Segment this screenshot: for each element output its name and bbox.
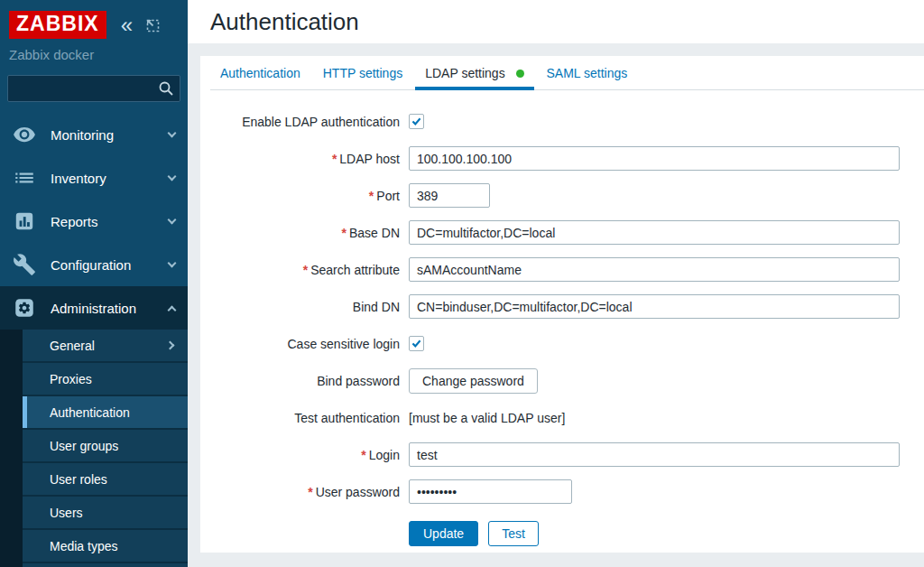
chevron-down-icon bbox=[168, 128, 177, 137]
tab-ldap-settings[interactable]: LDAP settings bbox=[415, 56, 533, 89]
bar-chart-icon bbox=[13, 209, 36, 233]
form-row-port: *Port bbox=[200, 177, 924, 214]
sidebar-item-monitoring[interactable]: Monitoring bbox=[0, 113, 188, 156]
tab-bar: Authentication HTTP settings LDAP settin… bbox=[210, 56, 924, 90]
field-label: Test authentication bbox=[200, 411, 409, 425]
required-marker: * bbox=[342, 226, 346, 240]
collapse-sidebar-icon[interactable]: « bbox=[121, 16, 133, 34]
chevron-down-icon bbox=[168, 215, 177, 224]
form-row-bind-password: Bind password Change password bbox=[200, 362, 924, 399]
test-authentication-hint: [must be a valid LDAP user] bbox=[409, 411, 565, 425]
form-row-login: *Login bbox=[200, 436, 924, 473]
required-marker: * bbox=[308, 485, 312, 499]
sidebar-item-configuration[interactable]: Configuration bbox=[0, 243, 188, 286]
sidebar-item-reports[interactable]: Reports bbox=[0, 200, 188, 243]
field-label: Bind password bbox=[200, 374, 409, 388]
required-marker: * bbox=[332, 152, 337, 166]
form-row-user-password: *User password bbox=[200, 473, 924, 510]
sidebar-item-label: Reports bbox=[51, 214, 169, 229]
test-button[interactable]: Test bbox=[488, 521, 539, 546]
server-name: Zabbix docker bbox=[9, 47, 180, 63]
case-sensitive-checkbox[interactable] bbox=[409, 336, 424, 351]
tab-label: LDAP settings bbox=[425, 66, 504, 80]
content-card: Authentication HTTP settings LDAP settin… bbox=[200, 56, 924, 553]
sidebar-item-inventory[interactable]: Inventory bbox=[0, 156, 188, 200]
submenu-item-label: Users bbox=[50, 506, 173, 520]
submenu-item-label: Authentication bbox=[50, 405, 173, 420]
field-label: Search attribute bbox=[310, 263, 400, 277]
sidebar-header: ZABBIX « Zabbix docker bbox=[0, 0, 188, 102]
submenu-item-partial bbox=[23, 563, 188, 567]
form-row-test-authentication: Test authentication [must be a valid LDA… bbox=[200, 399, 924, 436]
search-input[interactable] bbox=[7, 75, 180, 102]
field-label: Case sensitive login bbox=[200, 337, 409, 351]
form-row-bind-dn: Bind DN bbox=[200, 288, 924, 325]
chevron-right-icon bbox=[166, 341, 175, 350]
administration-submenu: General Proxies Authentication User grou… bbox=[0, 330, 188, 567]
chevron-up-icon bbox=[168, 305, 177, 314]
field-label: Enable LDAP authentication bbox=[200, 115, 409, 129]
port-input[interactable] bbox=[409, 183, 490, 208]
base-dn-input[interactable] bbox=[409, 220, 900, 245]
change-password-button[interactable]: Change password bbox=[409, 368, 538, 394]
field-label: Bind DN bbox=[200, 300, 409, 314]
sidebar-item-administration[interactable]: Administration bbox=[0, 286, 188, 330]
gear-icon bbox=[13, 296, 36, 320]
submenu-item-media-types[interactable]: Media types bbox=[23, 530, 188, 563]
page-header: Authentication bbox=[188, 0, 924, 43]
sidebar-item-label: Configuration bbox=[51, 257, 169, 273]
submenu-item-label: User groups bbox=[50, 439, 173, 453]
ldap-settings-form: Enable LDAP authentication *LDAP host *P… bbox=[200, 90, 924, 552]
chevron-down-icon bbox=[168, 172, 177, 181]
chevron-down-icon bbox=[168, 258, 177, 267]
form-row-base-dn: *Base DN bbox=[200, 214, 924, 251]
tab-http-settings[interactable]: HTTP settings bbox=[313, 56, 412, 89]
form-row-search-attribute: *Search attribute bbox=[200, 251, 924, 288]
form-row-enable-ldap: Enable LDAP authentication bbox=[200, 103, 924, 140]
submenu-item-user-groups[interactable]: User groups bbox=[23, 430, 188, 463]
submenu-item-user-roles[interactable]: User roles bbox=[23, 463, 188, 497]
ldap-host-input[interactable] bbox=[409, 146, 900, 171]
sidebar-item-label: Administration bbox=[51, 301, 169, 316]
field-label: User password bbox=[316, 485, 400, 499]
logo-row: ZABBIX « bbox=[7, 11, 180, 39]
list-icon bbox=[13, 166, 36, 190]
tab-authentication[interactable]: Authentication bbox=[210, 56, 310, 89]
eye-icon bbox=[13, 123, 36, 146]
required-marker: * bbox=[303, 263, 308, 277]
login-input[interactable] bbox=[409, 442, 900, 467]
zabbix-logo[interactable]: ZABBIX bbox=[9, 11, 106, 39]
required-marker: * bbox=[361, 448, 365, 462]
update-button[interactable]: Update bbox=[409, 521, 478, 546]
sidebar-search bbox=[7, 75, 180, 102]
submenu-item-label: General bbox=[50, 339, 167, 353]
tab-saml-settings[interactable]: SAML settings bbox=[537, 56, 638, 89]
submenu-item-label: User roles bbox=[50, 472, 173, 487]
user-password-input[interactable] bbox=[409, 479, 572, 504]
submenu-item-proxies[interactable]: Proxies bbox=[23, 363, 188, 396]
submenu-item-label: Media types bbox=[50, 539, 173, 553]
submenu-item-users[interactable]: Users bbox=[23, 497, 188, 530]
field-label: LDAP host bbox=[339, 152, 400, 166]
form-row-ldap-host: *LDAP host bbox=[200, 140, 924, 177]
submenu-item-general[interactable]: General bbox=[23, 330, 188, 363]
enable-ldap-checkbox[interactable] bbox=[409, 114, 424, 129]
search-attribute-input[interactable] bbox=[409, 257, 900, 282]
page-title: Authentication bbox=[188, 0, 924, 36]
sidebar-item-label: Monitoring bbox=[51, 127, 169, 143]
sidebar-menu: Monitoring Inventory Reports bbox=[0, 113, 188, 567]
sidebar: ZABBIX « Zabbix docker bbox=[0, 0, 188, 567]
bind-dn-input[interactable] bbox=[409, 294, 900, 319]
sidebar-item-label: Inventory bbox=[51, 171, 169, 186]
required-marker: * bbox=[369, 189, 374, 203]
tab-status-dot bbox=[516, 70, 524, 78]
field-label: Port bbox=[376, 189, 400, 203]
wrench-icon bbox=[13, 253, 36, 276]
form-actions: Update Test bbox=[200, 515, 924, 552]
expand-icon[interactable] bbox=[143, 16, 162, 34]
field-label: Base DN bbox=[349, 226, 400, 240]
form-row-case-sensitive: Case sensitive login bbox=[200, 325, 924, 362]
search-icon bbox=[158, 80, 174, 100]
submenu-item-label: Proxies bbox=[50, 372, 173, 386]
submenu-item-authentication[interactable]: Authentication bbox=[23, 396, 188, 430]
